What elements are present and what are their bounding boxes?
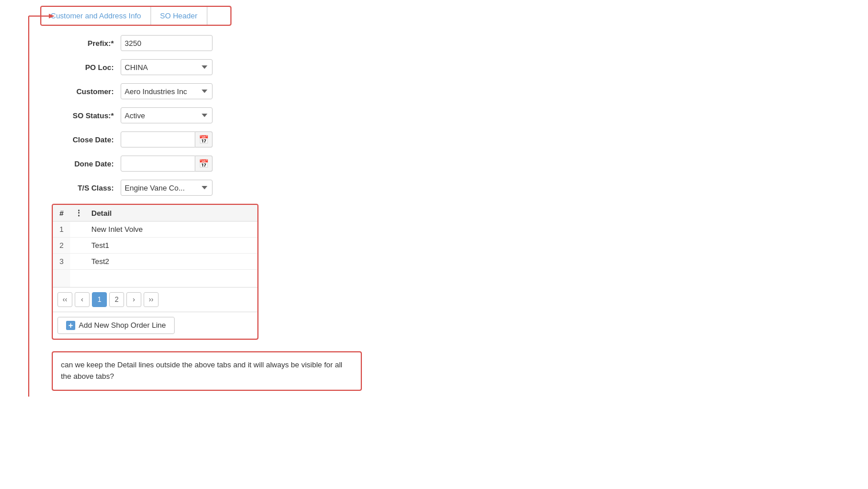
row-2-dots	[70, 238, 87, 254]
dots-icon: ⋮	[75, 208, 82, 218]
sostatus-row: SO Status:* Active Inactive Closed	[52, 107, 362, 123]
donedate-wrapper: 📅	[121, 156, 213, 172]
table-row: 1 New Inlet Volve	[53, 222, 257, 238]
pagination: ‹‹ ‹ 1 2 › ››	[53, 287, 257, 312]
sostatus-select[interactable]: Active Inactive Closed	[121, 107, 213, 123]
prefix-label: Prefix:*	[52, 39, 121, 48]
row-3-dots	[70, 254, 87, 270]
row-2-num: 2	[53, 238, 70, 254]
sostatus-label: SO Status:*	[52, 111, 121, 120]
plus-icon: +	[66, 321, 75, 330]
closedate-input[interactable]	[121, 131, 195, 148]
last-page-icon: ››	[149, 296, 153, 304]
calendar-icon: 📅	[199, 135, 209, 144]
pagination-first-btn[interactable]: ‹‹	[57, 292, 72, 307]
next-page-icon: ›	[133, 296, 135, 304]
tsclass-select[interactable]: Engine Vane Co... Other Class	[121, 180, 213, 196]
grid-table: # ⋮ Detail 1 New Inlet Volve	[53, 205, 257, 287]
closedate-label: Close Date:	[52, 135, 121, 144]
prefix-row: Prefix:*	[52, 35, 362, 51]
tab-customer-address[interactable]: Customer and Address Info	[41, 7, 151, 25]
closedate-row: Close Date: 📅	[52, 131, 362, 148]
closedate-wrapper: 📅	[121, 131, 213, 148]
poloc-row: PO Loc: CHINA USA UK	[52, 59, 362, 75]
pagination-page-2-btn[interactable]: 2	[109, 292, 124, 307]
prev-page-icon: ‹	[81, 296, 83, 304]
pagination-last-btn[interactable]: ››	[144, 292, 159, 307]
add-btn-label: Add New Shop Order Line	[79, 321, 166, 329]
add-btn-row: + Add New Shop Order Line	[53, 312, 257, 339]
poloc-label: PO Loc:	[52, 63, 121, 72]
page-1-label: 1	[98, 296, 102, 304]
tsclass-label: T/S Class:	[52, 184, 121, 192]
row-1-detail: New Inlet Volve	[87, 222, 257, 238]
table-row: 3 Test2	[53, 254, 257, 270]
row-3-detail: Test2	[87, 254, 257, 270]
annotation-box: can we keep the Detail lines outside the…	[52, 351, 362, 391]
tabs-container: Customer and Address Info SO Header	[40, 6, 232, 26]
customer-row: Customer: Aero Industries Inc Other Co	[52, 83, 362, 99]
pagination-page-1-btn[interactable]: 1	[92, 292, 107, 307]
table-row-empty	[53, 270, 257, 287]
closedate-calendar-btn[interactable]: 📅	[195, 131, 213, 148]
row-1-num: 1	[53, 222, 70, 238]
form-area: Prefix:* PO Loc: CHINA USA UK Customer:	[40, 35, 362, 196]
donedate-calendar-btn[interactable]: 📅	[195, 156, 213, 172]
tsclass-row: T/S Class: Engine Vane Co... Other Class	[52, 180, 362, 196]
customer-select[interactable]: Aero Industries Inc Other Co	[121, 83, 213, 99]
donedate-label: Done Date:	[52, 160, 121, 168]
row-2-detail: Test1	[87, 238, 257, 254]
col-dots-header: ⋮	[70, 205, 87, 222]
add-shop-order-line-button[interactable]: + Add New Shop Order Line	[57, 317, 175, 334]
tab-so-header[interactable]: SO Header	[151, 7, 207, 25]
page-2-label: 2	[115, 296, 119, 304]
poloc-select[interactable]: CHINA USA UK	[121, 59, 213, 75]
grid-container: # ⋮ Detail 1 New Inlet Volve	[52, 204, 259, 340]
table-row: 2 Test1	[53, 238, 257, 254]
row-3-num: 3	[53, 254, 70, 270]
donedate-input[interactable]	[121, 156, 195, 172]
first-page-icon: ‹‹	[63, 296, 67, 304]
annotation-text: can we keep the Detail lines outside the…	[61, 360, 342, 381]
col-detail-header: Detail	[87, 205, 257, 222]
pagination-next-btn[interactable]: ›	[126, 292, 141, 307]
calendar-icon-2: 📅	[199, 159, 209, 168]
prefix-input[interactable]	[121, 35, 213, 51]
row-1-dots	[70, 222, 87, 238]
customer-label: Customer:	[52, 87, 121, 96]
col-num-header: #	[53, 205, 70, 222]
pagination-prev-btn[interactable]: ‹	[75, 292, 90, 307]
donedate-row: Done Date: 📅	[52, 156, 362, 172]
grid-header-row: # ⋮ Detail	[53, 205, 257, 222]
